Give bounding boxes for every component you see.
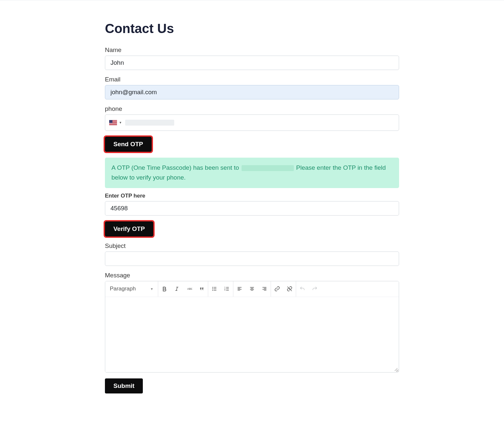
undo-icon [299,286,305,292]
blockquote-button[interactable] [195,281,208,297]
phone-number-redacted [125,120,174,126]
page-title: Contact Us [105,21,399,36]
bullet-list-icon [211,286,217,292]
strikethrough-icon: ABC [186,286,192,292]
unlink-icon [287,286,293,292]
email-input[interactable] [105,85,399,99]
subject-input[interactable] [105,252,399,266]
message-label: Message [105,272,399,279]
bold-button[interactable] [158,281,171,297]
chevron-down-icon: ▼ [150,287,153,291]
strikethrough-button[interactable]: ABC [183,281,195,297]
chevron-down-icon: ▼ [119,121,122,124]
numbered-list-button[interactable]: 123 [221,281,233,297]
otp-sent-alert: A OTP (One Time Passcode) has been sent … [105,158,399,188]
email-label: Email [105,76,399,83]
subject-label: Subject [105,242,399,250]
message-textarea[interactable] [105,297,399,372]
italic-button[interactable] [171,281,183,297]
name-label: Name [105,46,399,54]
svg-point-3 [212,290,213,291]
resize-handle[interactable] [394,367,397,371]
undo-button[interactable] [296,281,309,297]
align-left-button[interactable] [233,281,246,297]
bullet-list-button[interactable] [208,281,221,297]
redo-button[interactable] [309,281,321,297]
otp-label: Enter OTP here [105,193,399,199]
phone-label: phone [105,105,399,113]
align-center-icon [249,286,255,292]
numbered-list-icon: 123 [224,286,230,292]
format-select-label: Paragraph [110,286,136,292]
svg-point-2 [212,288,213,289]
align-center-button[interactable] [246,281,258,297]
country-select[interactable]: ▼ [108,119,123,126]
unlink-button[interactable] [283,281,296,297]
align-right-button[interactable] [258,281,271,297]
svg-text:ABC: ABC [187,287,192,290]
svg-point-1 [212,287,213,288]
link-button[interactable] [271,281,283,297]
editor-toolbar: Paragraph ▼ ABC [105,281,399,297]
send-otp-button[interactable]: Send OTP [105,137,152,152]
submit-button[interactable]: Submit [105,378,143,393]
rich-text-editor: Paragraph ▼ ABC [105,281,399,373]
quote-icon [199,286,205,292]
bold-icon [161,286,167,292]
italic-icon [174,286,180,292]
verify-otp-button[interactable]: Verify OTP [105,221,153,236]
svg-text:3: 3 [225,289,226,291]
otp-input[interactable] [105,201,399,216]
align-right-icon [261,286,267,292]
link-icon [274,286,280,292]
us-flag-icon [109,120,117,125]
alert-phone-redacted [242,165,294,171]
align-left-icon [237,286,243,292]
redo-icon [312,286,318,292]
format-select[interactable]: Paragraph ▼ [105,281,158,297]
phone-input-wrapper[interactable]: ▼ [105,114,399,131]
name-input[interactable] [105,56,399,70]
alert-prefix: A OTP (One Time Passcode) has been sent … [111,164,241,171]
